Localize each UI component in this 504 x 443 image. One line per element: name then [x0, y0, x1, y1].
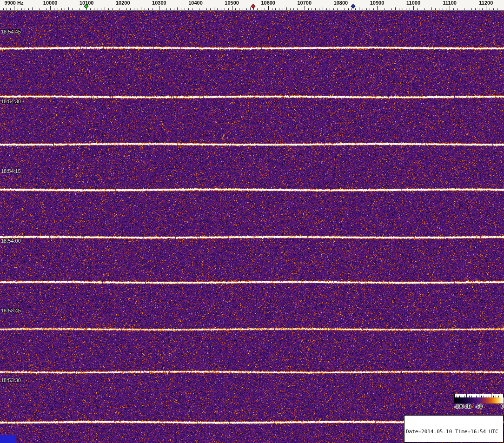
colorbar-max-label: 0: [501, 404, 504, 409]
blue-marker-diamond[interactable]: [351, 4, 356, 9]
spectrogram-app: 9900 Hz100001010010200103001040010500106…: [0, 0, 504, 443]
colorbar-ticks: [454, 394, 504, 397]
waterfall-canvas: [0, 11, 504, 443]
frequency-ruler-markers: [0, 0, 504, 11]
red-marker-diamond[interactable]: [251, 4, 256, 9]
status-indicator: [0, 435, 16, 443]
colorbar-gradient: [454, 397, 504, 403]
waterfall-display: 18:54:4518:54:3018:54:1518:54:0018:53:45…: [0, 11, 504, 443]
green-marker-diamond[interactable]: [84, 4, 89, 9]
colorbar-labels: -100 dB -50 0: [454, 403, 504, 410]
colorbar-min-label: -100 dB: [454, 404, 471, 409]
info-date-time: Date=2014-05-10 Time=16:54 UTC: [406, 429, 502, 435]
intensity-colorbar: -100 dB -50 0: [454, 394, 504, 410]
colorbar-mid-label: -50: [476, 404, 482, 409]
info-box: Date=2014-05-10 Time=16:54 UTC Freq=143 …: [404, 415, 504, 443]
frequency-ruler: 9900 Hz100001010010200103001040010500106…: [0, 0, 504, 11]
